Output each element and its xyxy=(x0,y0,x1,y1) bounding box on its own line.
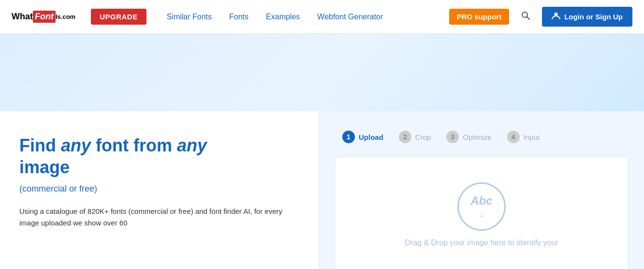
logo-font: Font xyxy=(33,11,56,23)
description: Using a catalogue of 820K+ fonts (commer… xyxy=(19,206,299,229)
nav-fonts[interactable]: Fonts xyxy=(220,9,257,25)
step-3-label: Optimize xyxy=(463,133,491,141)
step-upload[interactable]: 1 Upload xyxy=(335,127,391,147)
login-label: Login or Sign Up xyxy=(564,13,623,21)
right-panel: 1 Upload 2 Crop 3 Optimize 4 Input Abc ↓… xyxy=(319,111,644,269)
step-4-label: Input xyxy=(524,133,540,141)
headline-part2: font from xyxy=(91,135,177,155)
nav: Similar Fonts Fonts Examples Webfont Gen… xyxy=(158,9,441,25)
svg-line-1 xyxy=(527,17,530,20)
main-content: Find any font from any image (commercial… xyxy=(0,111,644,269)
nav-examples[interactable]: Examples xyxy=(257,9,308,25)
login-button[interactable]: Login or Sign Up xyxy=(542,7,632,27)
step-1-num: 1 xyxy=(342,131,355,143)
nav-webfont-generator[interactable]: Webfont Generator xyxy=(308,9,392,25)
header: WhatFont Is.com UPGRADE Similar Fonts Fo… xyxy=(0,0,644,34)
step-1-label: Upload xyxy=(359,133,383,141)
pro-support-button[interactable]: PRO support xyxy=(449,9,510,25)
headline-any2: any xyxy=(177,135,207,155)
step-input[interactable]: 4 Input xyxy=(499,127,547,147)
logo-what: What xyxy=(12,12,33,22)
step-optimize[interactable]: 3 Optimize xyxy=(439,127,499,147)
headline-any1: any xyxy=(61,135,91,155)
headline-part3: image xyxy=(19,157,70,177)
step-2-num: 2 xyxy=(399,131,411,143)
svg-point-2 xyxy=(555,13,558,16)
abc-arrow-icon: ↓ xyxy=(479,209,484,220)
left-panel: Find any font from any image (commercial… xyxy=(0,111,319,269)
steps: 1 Upload 2 Crop 3 Optimize 4 Input xyxy=(335,127,629,147)
headline: Find any font from any image xyxy=(19,134,299,178)
drag-drop-text: Drag & Drop your image here to identify … xyxy=(405,239,558,247)
headline-part1: Find xyxy=(19,135,61,155)
logo[interactable]: WhatFont Is.com xyxy=(12,11,75,23)
step-3-num: 3 xyxy=(446,131,459,143)
abc-icon: Abc ↓ xyxy=(457,182,506,231)
step-4-num: 4 xyxy=(507,131,520,143)
user-icon xyxy=(552,12,560,22)
banner xyxy=(0,34,644,111)
nav-similar-fonts[interactable]: Similar Fonts xyxy=(158,9,220,25)
logo-is: Is.com xyxy=(56,13,75,20)
abc-text: Abc xyxy=(470,194,492,208)
upgrade-button[interactable]: UPGRADE xyxy=(91,9,146,25)
subheadline: (commercial or free) xyxy=(19,184,299,194)
step-crop[interactable]: 2 Crop xyxy=(391,127,439,147)
search-icon[interactable] xyxy=(517,7,534,27)
upload-box[interactable]: Abc ↓ Drag & Drop your image here to ide… xyxy=(335,157,629,269)
step-2-label: Crop xyxy=(415,133,431,141)
